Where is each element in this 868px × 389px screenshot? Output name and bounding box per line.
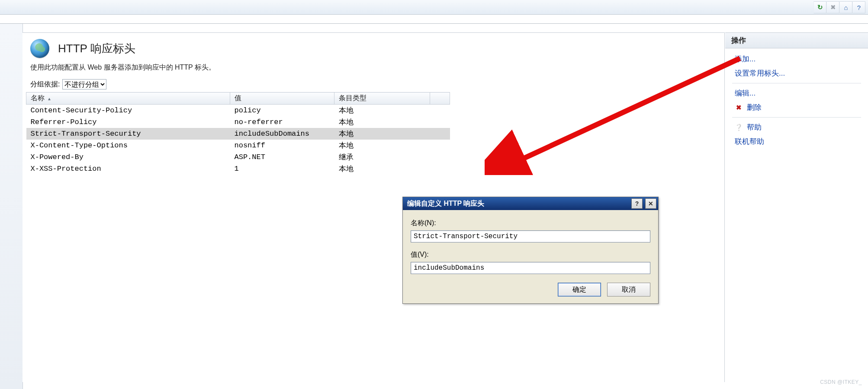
cell-value: no-referrer (230, 116, 334, 128)
cell-spacer (430, 163, 450, 175)
table-row[interactable]: Content-Security-Policypolicy本地 (26, 105, 450, 117)
home-button[interactable]: ⌂ (839, 1, 852, 13)
stop-button[interactable]: ✖ (826, 1, 839, 13)
help-icon: ? (857, 4, 861, 11)
action-add[interactable]: 添加... (728, 52, 865, 66)
column-name[interactable]: 名称 (26, 92, 230, 105)
action-help-label: 帮助 (747, 122, 762, 132)
actions-panel: 操作 添加... 设置常用标头... 编辑... ✖ 删除 ❔ 帮助 联机帮助 (725, 32, 868, 382)
cell-type: 本地 (334, 105, 430, 117)
group-by-select[interactable]: 不进行分组 (62, 79, 106, 89)
group-by-row: 分组依据: 不进行分组 (23, 79, 724, 92)
window-toolbar: ↻ ✖ ⌂ ? (0, 0, 868, 15)
table-row[interactable]: X-XSS-Protection1本地 (26, 163, 450, 175)
cell-type: 继承 (334, 151, 430, 163)
action-delete-label: 删除 (747, 102, 762, 112)
cell-name: Content-Security-Policy (26, 105, 230, 117)
table-row[interactable]: Strict-Transport-SecurityincludeSubDomai… (26, 128, 450, 140)
name-field-label: 名称(N): (411, 219, 650, 228)
separator (732, 83, 861, 83)
headers-table: 名称 值 条目类型 Content-Security-Policypolicy本… (26, 92, 450, 175)
page-description: 使用此功能配置从 Web 服务器添加到响应中的 HTTP 标头。 (23, 61, 724, 79)
action-online-help-label: 联机帮助 (735, 137, 764, 147)
cell-name: Referrer-Policy (26, 116, 230, 128)
page-title: HTTP 响应标头 (58, 41, 135, 56)
ok-button[interactable]: 确定 (558, 283, 601, 297)
refresh-icon: ↻ (817, 3, 823, 11)
column-value[interactable]: 值 (230, 92, 334, 105)
toolbar-help-button[interactable]: ? (852, 1, 865, 13)
action-set-common[interactable]: 设置常用标头... (728, 66, 865, 80)
column-type[interactable]: 条目类型 (334, 92, 430, 105)
cell-name: X-Powered-By (26, 151, 230, 163)
stop-icon: ✖ (830, 3, 836, 11)
cell-spacer (430, 128, 450, 140)
value-field[interactable] (411, 262, 650, 274)
table-header-row: 名称 值 条目类型 (26, 92, 450, 105)
watermark: CSDN @ITKEY_ (820, 379, 862, 385)
cell-name: X-XSS-Protection (26, 163, 230, 175)
cell-spacer (430, 105, 450, 117)
left-gutter (0, 24, 23, 389)
table-row[interactable]: Referrer-Policyno-referrer本地 (26, 116, 450, 128)
cell-value: nosniff (230, 140, 334, 151)
cell-name: X-Content-Type-Options (26, 140, 230, 151)
cell-type: 本地 (334, 116, 430, 128)
action-online-help[interactable]: 联机帮助 (728, 134, 865, 149)
question-icon: ? (635, 200, 639, 207)
cell-type: 本地 (334, 128, 430, 140)
action-add-label: 添加... (735, 54, 755, 64)
close-icon: ✕ (648, 200, 653, 207)
cell-name: Strict-Transport-Security (26, 128, 230, 140)
group-by-label: 分组依据: (30, 80, 60, 89)
action-edit-label: 编辑... (735, 88, 755, 98)
action-delete[interactable]: ✖ 删除 (728, 100, 865, 115)
cell-value: policy (230, 105, 334, 117)
dialog-title: 编辑自定义 HTTP 响应头 (407, 199, 629, 208)
delete-icon: ✖ (735, 104, 743, 112)
cell-value: 1 (230, 163, 334, 175)
table-row[interactable]: X-Content-Type-Optionsnosniff本地 (26, 140, 450, 151)
cancel-button[interactable]: 取消 (607, 283, 650, 297)
help-icon: ❔ (735, 124, 743, 131)
separator (732, 117, 861, 118)
dialog-help-button[interactable]: ? (631, 198, 643, 209)
cell-spacer (430, 140, 450, 151)
cell-spacer (430, 151, 450, 163)
globe-icon (30, 39, 49, 58)
refresh-button[interactable]: ↻ (813, 1, 826, 13)
cell-spacer (430, 116, 450, 128)
dialog-titlebar[interactable]: 编辑自定义 HTTP 响应头 ? ✕ (403, 197, 658, 210)
actions-title: 操作 (725, 33, 868, 48)
action-edit[interactable]: 编辑... (728, 86, 865, 100)
value-field-label: 值(V): (411, 250, 650, 259)
cell-type: 本地 (334, 163, 430, 175)
action-set-common-label: 设置常用标头... (735, 68, 785, 78)
name-field[interactable] (411, 230, 650, 242)
dialog-close-button[interactable]: ✕ (645, 198, 656, 209)
cell-value: includeSubDomains (230, 128, 334, 140)
home-icon: ⌂ (844, 4, 848, 11)
action-help[interactable]: ❔ 帮助 (728, 120, 865, 134)
table-row[interactable]: X-Powered-ByASP.NET继承 (26, 151, 450, 163)
content-frame: HTTP 响应标头 使用此功能配置从 Web 服务器添加到响应中的 HTTP 标… (0, 23, 868, 389)
cell-type: 本地 (334, 140, 430, 151)
edit-header-dialog: 编辑自定义 HTTP 响应头 ? ✕ 名称(N): 值(V): 确定 取消 (402, 197, 659, 304)
cell-value: ASP.NET (230, 151, 334, 163)
column-spacer (430, 92, 450, 105)
